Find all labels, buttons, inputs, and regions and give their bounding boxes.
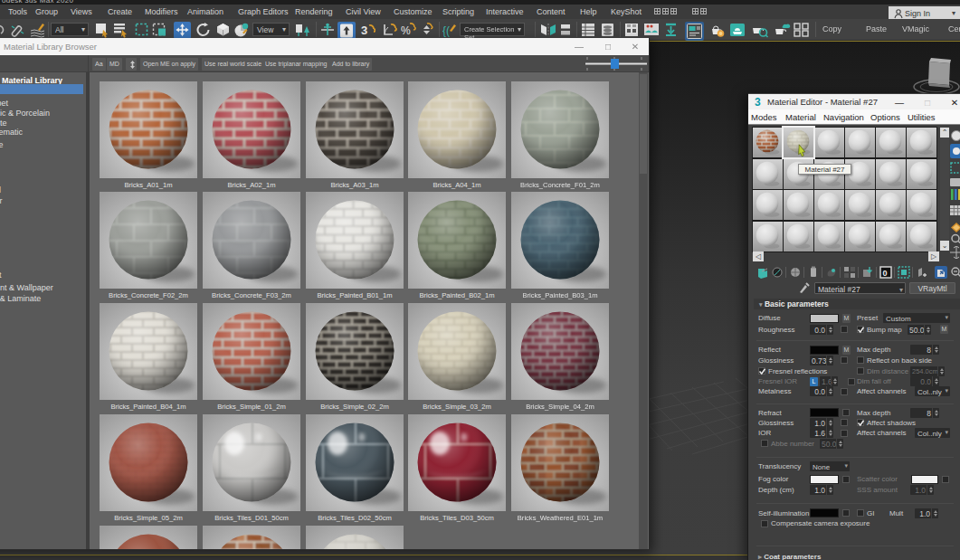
svg-text:3: 3 — [361, 24, 367, 37]
svg-text:%: % — [401, 24, 411, 37]
svg-text:{(: {( — [442, 24, 450, 37]
svg-text:0: 0 — [882, 269, 887, 278]
svg-text:3: 3 — [755, 96, 761, 108]
